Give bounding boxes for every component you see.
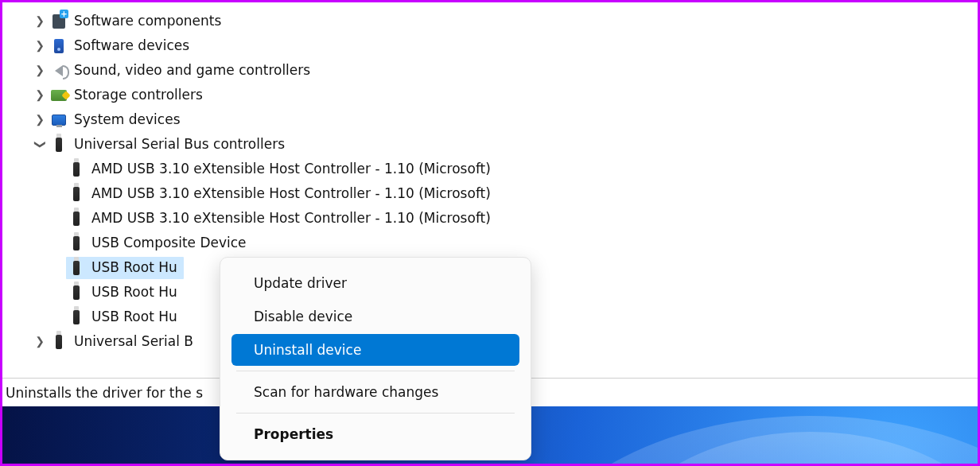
tree-item-sound[interactable]: ❯ Sound, video and game controllers [31,58,978,83]
usb-icon [66,212,87,226]
software-devices-icon [49,39,69,53]
usb-icon [66,310,87,324]
tree-label: AMD USB 3.10 eXtensible Host Controller … [87,181,491,206]
chevron-right-icon: ❯ [31,107,49,132]
menu-properties[interactable]: Properties [231,418,519,450]
tree-label: USB Root Hu [87,255,177,280]
tree-label: AMD USB 3.10 eXtensible Host Controller … [87,206,491,231]
usb-icon [66,261,87,275]
usb-icon [66,187,87,201]
tree-item-software-devices[interactable]: ❯ Software devices [31,33,978,58]
tree-label: Universal Serial Bus controllers [69,132,285,157]
tree-label: USB Composite Device [87,231,247,255]
tree-item-usb-child[interactable]: USB Composite Device [66,231,978,255]
menu-update-driver[interactable]: Update driver [231,267,519,299]
chevron-right-icon: ❯ [31,9,49,33]
tree-label: Storage controllers [69,83,203,107]
menu-uninstall-device[interactable]: Uninstall device [231,334,519,366]
tree-label: Universal Serial B [69,329,193,354]
usb-icon [66,285,87,300]
tree-item-usb-child[interactable]: AMD USB 3.10 eXtensible Host Controller … [66,206,978,231]
tree-item-usb-child[interactable]: AMD USB 3.10 eXtensible Host Controller … [66,181,978,206]
tree-item-storage[interactable]: ❯ Storage controllers [31,83,978,107]
tree-item-usb-child[interactable]: AMD USB 3.10 eXtensible Host Controller … [66,157,978,181]
computer-icon [49,115,69,126]
tree-label: AMD USB 3.10 eXtensible Host Controller … [87,157,491,181]
tree-item-system[interactable]: ❯ System devices [31,107,978,132]
menu-disable-device[interactable]: Disable device [231,301,519,332]
chevron-right-icon: ❯ [31,33,49,58]
tree-label: USB Root Hu [87,305,177,329]
chevron-down-icon: ❯ [28,136,52,153]
status-text: Uninstalls the driver for the s [6,385,203,401]
usb-icon [49,335,69,349]
menu-separator [236,371,515,371]
tree-label: Sound, video and game controllers [69,58,310,83]
menu-scan-hardware[interactable]: Scan for hardware changes [231,376,519,408]
storage-controller-icon [49,90,69,101]
usb-icon [66,162,87,177]
tree-label: USB Root Hu [87,280,177,305]
chevron-right-icon: ❯ [31,83,49,107]
context-menu: Update driver Disable device Uninstall d… [220,257,531,460]
tree-label: System devices [69,107,181,132]
usb-icon [66,236,87,250]
tree-item-software-components[interactable]: ❯ Software components [31,9,978,33]
tree-label: Software devices [69,33,189,58]
menu-separator [236,413,515,414]
chevron-right-icon: ❯ [31,58,49,83]
software-components-icon [49,14,69,29]
tree-label: Software components [69,9,221,33]
chevron-right-icon: ❯ [31,329,49,354]
speaker-icon [49,65,69,76]
tree-item-usb-controllers[interactable]: ❯ Universal Serial Bus controllers [31,132,978,157]
